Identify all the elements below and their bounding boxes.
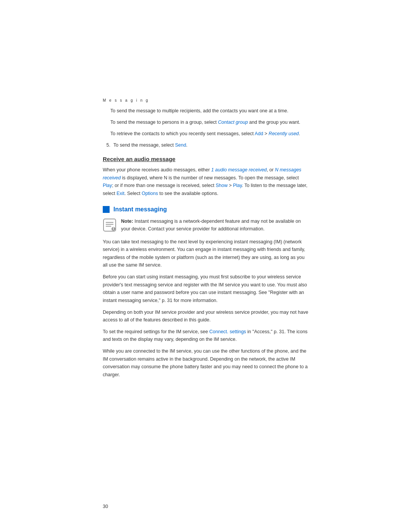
im-para-2: Before you can start using instant messa… [103,273,308,305]
svg-rect-2 [106,224,113,225]
section-label: M e s s a g i n g [103,98,308,102]
receive-body: When your phone receives audio messages,… [103,166,308,198]
im-para-5: While you are connected to the IM servic… [103,347,308,379]
svg-rect-3 [106,226,111,227]
note-text: Note: Instant messaging is a network-dep… [121,217,308,233]
add-link[interactable]: Add [255,131,263,136]
instant-messaging-title: Instant messaging [113,206,167,213]
intro-para-2: To send the message to persons in a grou… [103,118,308,126]
intro-para-1: To send the message to multiple recipien… [103,107,308,115]
item-text: To send the message, select Send. [113,141,188,149]
note-label: Note: [121,219,133,224]
intro-para-3: To retrieve the contacts to which you re… [103,130,308,137]
audio-message-received-link[interactable]: 1 audio message received [211,167,267,173]
options-link[interactable]: Options [142,191,158,196]
im-para-1: You can take text messaging to the next … [103,238,308,270]
play-link-2[interactable]: Play [233,183,242,188]
svg-rect-1 [106,222,113,223]
page: M e s s a g i n g To send the message to… [0,0,411,532]
receive-heading: Receive an audio message [103,156,308,162]
play-link-1[interactable]: Play [103,183,112,188]
recently-used-link[interactable]: Recently used [269,131,299,136]
contact-group-link[interactable]: Contact group [218,120,248,125]
svg-rect-5 [113,227,114,229]
svg-rect-6 [113,229,114,230]
note-icon [103,218,116,232]
im-para-4: To set the required settings for the IM … [103,328,308,343]
note-box: Note: Instant messaging is a network-dep… [103,217,308,233]
instant-messaging-heading: Instant messaging [103,206,308,213]
connect-settings-link[interactable]: Connect. settings [209,329,246,334]
blue-square-icon [103,206,110,213]
n-messages-received-link[interactable]: N messages received [103,167,301,181]
numbered-item-5: 5. To send the message, select Send. [103,141,308,149]
page-number: 30 [103,504,108,509]
show-link[interactable]: Show [216,183,228,188]
im-para-3: Depending on both your IM service provid… [103,308,308,324]
send-link[interactable]: Send [175,142,186,148]
content-area: M e s s a g i n g To send the message to… [103,98,308,383]
item-number: 5. [103,141,110,149]
exit-link[interactable]: Exit [116,191,124,196]
